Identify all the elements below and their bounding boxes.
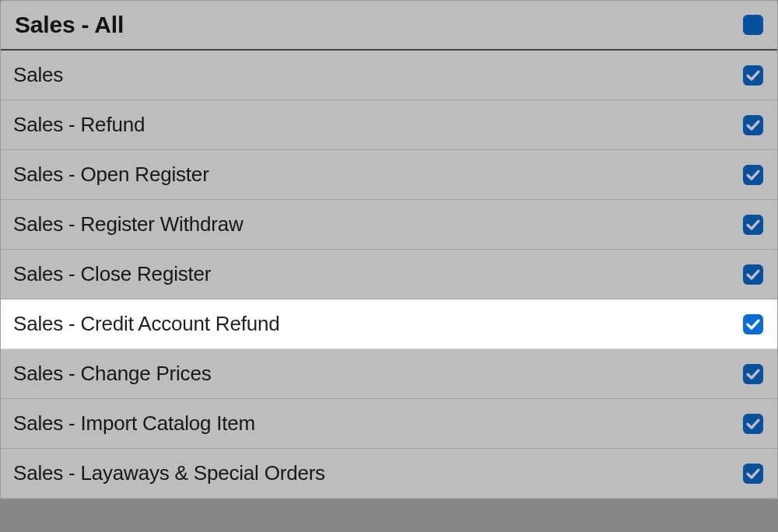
permission-row[interactable]: Sales - Layaways & Special Orders bbox=[1, 449, 777, 499]
checkbox-checked-icon[interactable] bbox=[743, 215, 763, 235]
svg-rect-6 bbox=[743, 264, 763, 285]
checkbox-checked-icon[interactable] bbox=[743, 314, 763, 334]
checkbox-checked-icon[interactable] bbox=[743, 165, 763, 185]
checkbox-indeterminate-icon[interactable] bbox=[743, 15, 763, 35]
permissions-list: Sales - All SalesSales - RefundSales - O… bbox=[0, 0, 778, 532]
svg-rect-10 bbox=[743, 464, 763, 484]
svg-rect-8 bbox=[743, 364, 763, 384]
group-header-row[interactable]: Sales - All bbox=[1, 1, 777, 51]
checkbox-checked-icon[interactable] bbox=[743, 364, 763, 384]
checkbox-checked-icon[interactable] bbox=[743, 464, 763, 484]
permission-label: Sales - Credit Account Refund bbox=[13, 312, 280, 336]
checkbox-checked-icon[interactable] bbox=[743, 414, 763, 434]
permission-label: Sales - Close Register bbox=[13, 262, 211, 286]
checkbox-checked-icon[interactable] bbox=[743, 264, 763, 285]
permission-label: Sales - Register Withdraw bbox=[13, 212, 244, 236]
svg-rect-4 bbox=[743, 165, 763, 185]
permission-row[interactable]: Sales - Credit Account Refund bbox=[1, 299, 777, 349]
items-container: SalesSales - RefundSales - Open Register… bbox=[1, 51, 777, 499]
svg-rect-9 bbox=[743, 414, 763, 434]
svg-rect-5 bbox=[743, 215, 763, 235]
permission-label: Sales - Import Catalog Item bbox=[13, 411, 255, 436]
list-sheet: Sales - All SalesSales - RefundSales - O… bbox=[0, 0, 778, 499]
permission-row[interactable]: Sales - Open Register bbox=[1, 150, 777, 200]
svg-rect-7 bbox=[743, 314, 763, 334]
checkbox-checked-icon[interactable] bbox=[743, 115, 763, 135]
checkbox-checked-icon[interactable] bbox=[743, 65, 763, 86]
permission-row[interactable]: Sales - Refund bbox=[1, 100, 777, 150]
permission-row[interactable]: Sales - Close Register bbox=[1, 250, 777, 299]
permission-label: Sales - Layaways & Special Orders bbox=[13, 461, 325, 485]
permission-label: Sales - Refund bbox=[13, 113, 145, 137]
permission-label: Sales - Open Register bbox=[13, 163, 209, 187]
group-header-title: Sales - All bbox=[15, 12, 124, 38]
permission-row[interactable]: Sales - Change Prices bbox=[1, 349, 777, 399]
svg-rect-3 bbox=[743, 115, 763, 135]
svg-rect-2 bbox=[743, 65, 763, 86]
permission-label: Sales bbox=[13, 63, 63, 87]
svg-rect-1 bbox=[748, 23, 759, 26]
permission-row[interactable]: Sales bbox=[1, 51, 777, 100]
permission-row[interactable]: Sales - Register Withdraw bbox=[1, 200, 777, 250]
permission-label: Sales - Change Prices bbox=[13, 362, 211, 386]
permission-row[interactable]: Sales - Import Catalog Item bbox=[1, 399, 777, 449]
